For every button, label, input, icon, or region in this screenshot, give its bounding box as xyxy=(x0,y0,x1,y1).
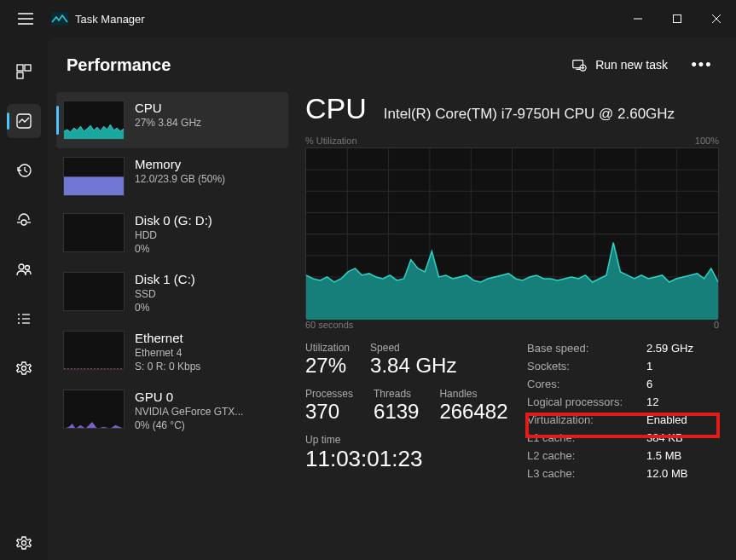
chart-x-right: 0 xyxy=(714,320,719,330)
chart-y-label: % Utilization xyxy=(305,136,357,146)
memory-thumb xyxy=(63,157,125,196)
speed-value: 3.84 GHz xyxy=(370,354,456,378)
nav-users[interactable] xyxy=(7,252,41,286)
property-value: 12.0 MB xyxy=(646,467,687,480)
detail-panel: CPU Intel(R) Core(TM) i7-9750H CPU @ 2.6… xyxy=(288,92,736,560)
list-item-disk1[interactable]: Disk 1 (C:) SSD 0% xyxy=(56,263,288,322)
list-item-cpu[interactable]: CPU 27% 3.84 GHz xyxy=(56,92,288,148)
cpu-properties: Base speed:2.59 GHzSockets:1Cores:6Logic… xyxy=(527,342,719,480)
list-item-sub: SSD xyxy=(135,288,195,300)
list-item-name: Disk 0 (G: D:) xyxy=(135,213,212,228)
property-value: 1.5 MB xyxy=(646,449,681,462)
property-key: Virtualization: xyxy=(527,413,646,426)
list-item-gpu[interactable]: GPU 0 NVIDIA GeForce GTX... 0% (46 °C) xyxy=(56,381,288,440)
property-row: Base speed:2.59 GHz xyxy=(527,342,719,355)
property-row: L3 cache:12.0 MB xyxy=(527,467,719,480)
nav-rail xyxy=(0,38,48,560)
speed-label: Speed xyxy=(370,342,456,354)
cpu-model: Intel(R) Core(TM) i7-9750H CPU @ 2.60GHz xyxy=(384,106,675,123)
app-title: Task Manager xyxy=(75,13,145,26)
property-key: Cores: xyxy=(527,378,646,390)
minimize-button[interactable] xyxy=(618,5,658,32)
utilization-value: 27% xyxy=(305,354,350,378)
more-button[interactable]: ••• xyxy=(687,49,717,80)
cpu-thumb xyxy=(63,101,125,140)
menu-button[interactable] xyxy=(9,2,43,36)
run-new-task-button[interactable]: Run new task xyxy=(563,52,676,78)
nav-details[interactable] xyxy=(7,302,41,336)
svg-rect-26 xyxy=(573,61,583,68)
property-row: Virtualization:Enabled xyxy=(527,413,719,426)
list-item-sub: HDD xyxy=(135,229,212,241)
list-item-name: CPU xyxy=(135,101,201,115)
utilization-label: Utilization xyxy=(305,342,350,354)
property-key: L1 cache: xyxy=(527,431,646,444)
processes-value: 370 xyxy=(305,400,353,424)
property-key: Sockets: xyxy=(527,360,646,372)
list-item-sub2: 0% (46 °C) xyxy=(135,419,243,431)
property-row: L2 cache:1.5 MB xyxy=(527,449,719,462)
threads-value: 6139 xyxy=(374,400,419,424)
property-value: 12 xyxy=(646,395,658,408)
disk0-thumb xyxy=(63,213,125,252)
svg-point-17 xyxy=(26,266,30,270)
page-title: Performance xyxy=(67,55,171,75)
page-header: Performance Run new task ••• xyxy=(48,38,736,92)
maximize-button[interactable] xyxy=(658,5,697,32)
property-row: Sockets:1 xyxy=(527,360,719,372)
threads-label: Threads xyxy=(374,388,419,400)
list-item-ethernet[interactable]: Ethernet Ethernet 4 S: 0 R: 0 Kbps xyxy=(56,322,288,381)
svg-point-25 xyxy=(22,541,26,546)
svg-point-13 xyxy=(21,220,26,225)
property-value: 6 xyxy=(646,378,652,390)
property-key: L2 cache: xyxy=(527,449,646,462)
utilization-chart[interactable] xyxy=(305,147,719,318)
close-button[interactable] xyxy=(697,5,736,32)
list-item-name: Disk 1 (C:) xyxy=(135,272,195,286)
svg-rect-31 xyxy=(64,176,124,195)
handles-value: 266482 xyxy=(439,400,507,424)
gpu-thumb xyxy=(63,390,125,429)
list-item-sub2: 0% xyxy=(135,302,195,314)
nav-performance[interactable] xyxy=(7,104,41,138)
uptime-value: 11:03:01:23 xyxy=(305,446,527,472)
list-item-sub2: 0% xyxy=(135,243,212,255)
svg-point-16 xyxy=(19,264,24,269)
list-item-sub: Ethernet 4 xyxy=(135,347,200,359)
chart-x-left: 60 seconds xyxy=(305,320,353,330)
property-value: 2.59 GHz xyxy=(646,342,693,355)
resource-list: CPU 27% 3.84 GHz Memory 12.0/23.9 GB (50… xyxy=(56,92,288,560)
processes-label: Processes xyxy=(305,388,353,400)
list-item-disk0[interactable]: Disk 0 (G: D:) HDD 0% xyxy=(56,205,288,263)
list-item-sub: 27% 3.84 GHz xyxy=(135,117,201,129)
nav-settings[interactable] xyxy=(7,526,41,560)
titlebar: Task Manager xyxy=(0,0,736,38)
nav-startup[interactable] xyxy=(7,203,41,237)
task-manager-window: Task Manager Performance Run new task xyxy=(0,0,736,560)
chart-y-max: 100% xyxy=(695,136,719,146)
list-item-memory[interactable]: Memory 12.0/23.9 GB (50%) xyxy=(56,148,288,205)
svg-point-24 xyxy=(22,367,26,371)
app-icon xyxy=(51,12,68,26)
list-item-name: Memory xyxy=(135,157,225,171)
svg-rect-5 xyxy=(674,15,681,23)
property-key: L3 cache: xyxy=(527,467,646,480)
svg-rect-10 xyxy=(17,72,23,78)
nav-processes[interactable] xyxy=(7,55,41,89)
property-value: 384 KB xyxy=(646,431,683,444)
list-item-name: GPU 0 xyxy=(135,390,243,404)
list-item-sub: NVIDIA GeForce GTX... xyxy=(135,406,243,418)
property-row: Logical processors:12 xyxy=(527,395,719,408)
list-item-sub2: S: 0 R: 0 Kbps xyxy=(135,361,200,372)
nav-app-history[interactable] xyxy=(7,153,41,188)
nav-services[interactable] xyxy=(7,351,41,385)
property-value: Enabled xyxy=(646,413,687,426)
uptime-label: Up time xyxy=(305,434,527,446)
list-item-name: Ethernet xyxy=(135,331,200,345)
list-item-sub: 12.0/23.9 GB (50%) xyxy=(135,173,225,185)
property-row: Cores:6 xyxy=(527,378,719,390)
property-key: Logical processors: xyxy=(527,395,646,408)
detail-title: CPU xyxy=(305,92,367,125)
property-value: 1 xyxy=(646,360,652,372)
run-task-label: Run new task xyxy=(595,58,668,72)
